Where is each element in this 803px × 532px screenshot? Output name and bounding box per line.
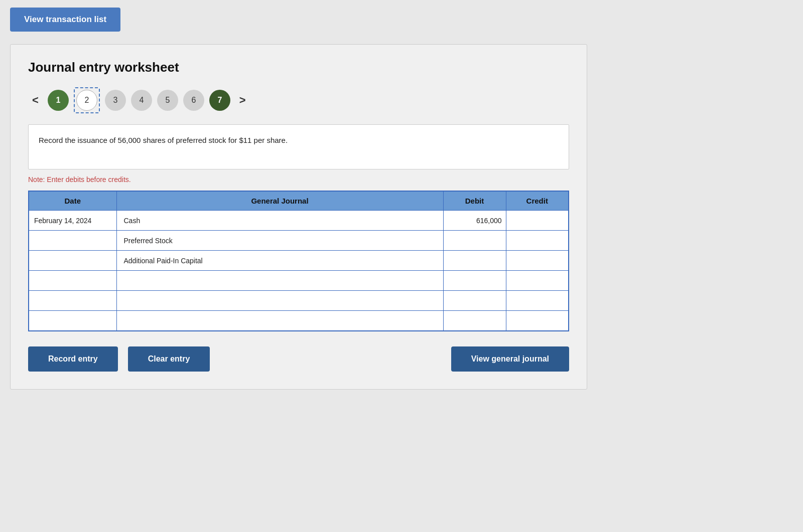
table-row: February 14, 2024 Cash 616,000 [29,211,569,231]
row-6-date [29,311,116,331]
step-5[interactable]: 5 [157,90,178,111]
note-text: Note: Enter debits before credits. [28,175,569,184]
step-6[interactable]: 6 [183,90,204,111]
row-2-debit[interactable] [443,231,506,251]
row-5-journal[interactable] [116,291,443,311]
view-transaction-button[interactable]: View transaction list [10,8,120,32]
row-4-journal[interactable] [116,271,443,291]
row-1-credit[interactable] [506,211,569,231]
row-6-debit[interactable] [443,311,506,331]
journal-worksheet-card: Journal entry worksheet < 1 2 3 4 5 6 7 [10,44,587,390]
journal-table: Date General Journal Debit Credit Februa… [28,191,569,331]
row-2-date [29,231,116,251]
worksheet-title: Journal entry worksheet [28,60,569,75]
table-row [29,271,569,291]
col-header-credit: Credit [506,191,569,211]
prev-arrow[interactable]: < [28,92,43,109]
row-1-date: February 14, 2024 [29,211,116,231]
instruction-box: Record the issuance of 56,000 shares of … [28,124,569,169]
step-2[interactable]: 2 [76,90,97,111]
row-6-journal[interactable] [116,311,443,331]
row-1-debit[interactable]: 616,000 [443,211,506,231]
next-arrow[interactable]: > [235,92,250,109]
row-2-journal[interactable]: Preferred Stock [116,231,443,251]
clear-entry-button[interactable]: Clear entry [128,346,210,372]
row-4-date [29,271,116,291]
row-3-date [29,251,116,271]
step-4[interactable]: 4 [131,90,152,111]
col-header-journal: General Journal [116,191,443,211]
table-row [29,311,569,331]
col-header-date: Date [29,191,116,211]
view-general-journal-button[interactable]: View general journal [451,346,569,372]
step-2-wrapper: 2 [74,87,100,113]
row-3-credit[interactable] [506,251,569,271]
step-3[interactable]: 3 [105,90,126,111]
col-header-debit: Debit [443,191,506,211]
table-row: Preferred Stock [29,231,569,251]
row-5-credit[interactable] [506,291,569,311]
table-row: Additional Paid-In Capital [29,251,569,271]
step-1[interactable]: 1 [48,90,69,111]
step-7[interactable]: 7 [209,90,230,111]
row-5-date [29,291,116,311]
row-6-credit[interactable] [506,311,569,331]
row-5-debit[interactable] [443,291,506,311]
row-3-debit[interactable] [443,251,506,271]
row-4-credit[interactable] [506,271,569,291]
row-1-journal[interactable]: Cash [116,211,443,231]
bottom-buttons: Record entry Clear entry View general jo… [28,346,569,372]
step-navigation: < 1 2 3 4 5 6 7 > [28,87,569,113]
instruction-text: Record the issuance of 56,000 shares of … [39,136,288,144]
row-2-credit[interactable] [506,231,569,251]
table-row [29,291,569,311]
row-4-debit[interactable] [443,271,506,291]
row-3-journal[interactable]: Additional Paid-In Capital [116,251,443,271]
record-entry-button[interactable]: Record entry [28,346,118,372]
